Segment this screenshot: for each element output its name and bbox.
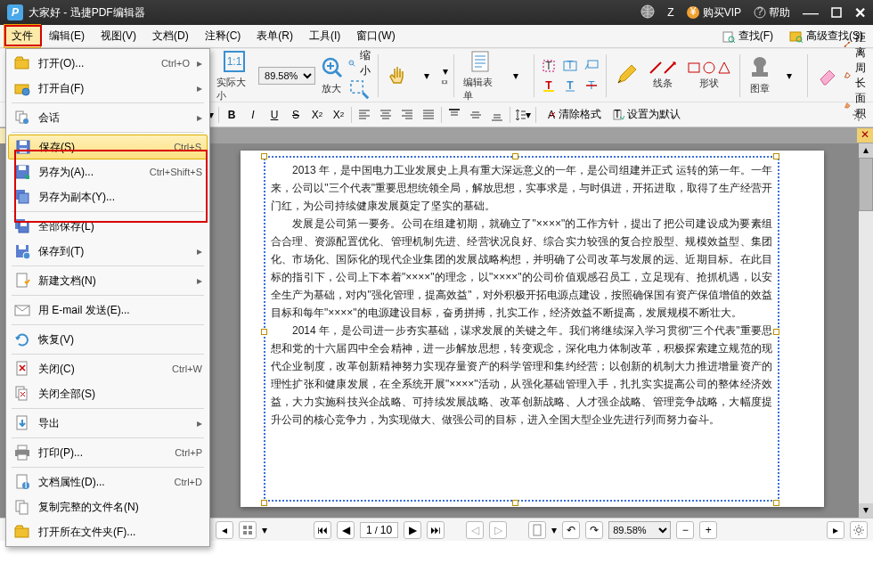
next-page-button[interactable]: ▶: [404, 521, 421, 539]
pencil-button[interactable]: [612, 61, 641, 90]
callout-icon[interactable]: [583, 57, 600, 75]
single-page-icon[interactable]: [528, 521, 546, 539]
nav-fwd-button[interactable]: ▷: [489, 521, 507, 539]
valign-bottom-icon[interactable]: [488, 106, 506, 124]
menu-table[interactable]: 表单(R): [249, 24, 301, 48]
subscript-icon[interactable]: X2: [308, 106, 326, 124]
edit-form-button[interactable]: 编辑表单: [460, 47, 502, 104]
close-tab-icon[interactable]: ✕: [857, 128, 873, 143]
snapshot-button[interactable]: [441, 78, 448, 86]
text-box-icon[interactable]: T: [561, 57, 579, 75]
hand-tool-button[interactable]: [383, 61, 412, 90]
status-chevron-right[interactable]: ▸: [827, 521, 844, 539]
rotate-right-icon[interactable]: ↷: [585, 521, 603, 539]
edit-form-arrow[interactable]: ▾: [503, 68, 528, 84]
menu-open[interactable]: 打开(O)...Ctrl+O▸: [8, 51, 208, 76]
resize-handle[interactable]: [773, 153, 779, 159]
vertical-scrollbar[interactable]: ▴ ▾: [859, 143, 873, 518]
menu-save-as-copy[interactable]: 另存为副本(Y)...: [8, 184, 208, 209]
align-center-icon[interactable]: [377, 106, 395, 124]
menu-close[interactable]: 关闭(C)Ctrl+W: [8, 356, 208, 381]
status-chevron-left[interactable]: ◂: [216, 521, 233, 539]
menu-restore[interactable]: 恢复(V): [8, 327, 208, 352]
status-chevron[interactable]: ▾: [262, 524, 267, 536]
text-edit-icon[interactable]: T: [540, 57, 558, 75]
status-zoom-select[interactable]: 89.58%: [608, 521, 671, 539]
strike-icon[interactable]: S: [287, 106, 305, 124]
menu-comment[interactable]: 注释(C): [197, 24, 249, 48]
menu-save-all[interactable]: 全部保存(L): [8, 214, 208, 239]
menu-save-to[interactable]: 保存到(T)▸: [8, 239, 208, 264]
menu-document[interactable]: 文档(D): [144, 24, 197, 48]
zoom-in-status[interactable]: +: [699, 521, 717, 539]
stamp-arrow[interactable]: ▾: [777, 68, 802, 84]
menu-doc-props[interactable]: i文档属性(D)...Ctrl+D: [8, 470, 208, 494]
resize-handle[interactable]: [261, 329, 267, 335]
hand-small[interactable]: ▾: [414, 68, 439, 84]
help-button[interactable]: ?帮助: [754, 5, 790, 20]
resize-handle[interactable]: [261, 153, 267, 159]
valign-middle-icon[interactable]: [467, 106, 485, 124]
menu-open-from[interactable]: 打开自(F)▸: [8, 76, 208, 101]
menu-print[interactable]: 打印(P)...Ctrl+P: [8, 440, 208, 465]
vip-icon[interactable]: ¥购买VIP: [687, 5, 741, 20]
zoom-out-status[interactable]: −: [676, 521, 694, 539]
line-spacing-icon[interactable]: ▾: [514, 106, 532, 124]
italic-icon[interactable]: I: [244, 106, 262, 124]
superscript-icon[interactable]: X2: [330, 106, 347, 124]
resize-handle[interactable]: [773, 500, 779, 506]
select-text-button[interactable]: ▾: [441, 65, 448, 78]
menu-file[interactable]: 文件: [4, 24, 41, 48]
menu-window[interactable]: 窗口(W): [348, 24, 403, 48]
page-indicator[interactable]: 1 / 10: [360, 522, 398, 538]
bold-icon[interactable]: B: [223, 106, 241, 124]
text-selection-box[interactable]: 2013 年，是中国电力工业发展史上具有重大深远意义的一年，是公司组建并正式 运…: [264, 156, 779, 502]
status-grid-icon[interactable]: [239, 521, 257, 539]
status-gear-icon[interactable]: [850, 521, 868, 539]
close-button[interactable]: ✕: [854, 4, 866, 21]
align-right-icon[interactable]: [398, 106, 416, 124]
eraser-button[interactable]: [813, 61, 843, 90]
menu-new-document[interactable]: 新建文档(N)▸: [8, 268, 208, 293]
maximize-button[interactable]: [831, 7, 842, 18]
menu-copy-fullname[interactable]: 复制完整的文件名(N): [8, 494, 208, 519]
menu-save[interactable]: 保存(S)Ctrl+S: [8, 135, 208, 159]
menu-open-folder[interactable]: 打开所在文件夹(F)...: [8, 519, 208, 544]
minimize-button[interactable]: —: [803, 4, 819, 22]
stamp-button[interactable]: 图章: [746, 53, 775, 97]
highlight-icon[interactable]: T: [540, 77, 558, 94]
search-button[interactable]: 查找(F): [715, 26, 779, 46]
menu-save-as[interactable]: 另存为(A)...Ctrl+Shift+S: [8, 159, 208, 184]
align-justify-icon[interactable]: [420, 106, 437, 124]
set-default-button[interactable]: T设置为默认: [608, 107, 684, 122]
last-page-button[interactable]: ⏭: [427, 521, 445, 539]
resize-handle[interactable]: [261, 500, 267, 506]
zoom-select-small[interactable]: [348, 78, 372, 102]
actual-size-button[interactable]: 1:1实际大小: [213, 47, 255, 104]
zoom-out-small[interactable]: 缩小: [348, 48, 372, 78]
menu-session[interactable]: 会话▸: [8, 105, 208, 130]
perimeter-button[interactable]: 周长: [844, 61, 868, 91]
menu-edit[interactable]: 编辑(E): [41, 24, 93, 48]
lines-button[interactable]: 线条: [643, 59, 682, 92]
first-page-button[interactable]: ⏮: [314, 521, 331, 539]
zoom-select[interactable]: 89.58%: [258, 67, 315, 85]
globe-icon[interactable]: [640, 4, 655, 21]
underline-text-icon[interactable]: T: [561, 77, 579, 94]
resize-handle[interactable]: [512, 500, 518, 506]
menu-close-all[interactable]: 关闭全部(S): [8, 381, 208, 406]
menu-export[interactable]: 导出▸: [8, 411, 208, 436]
rotate-left-icon[interactable]: ↶: [562, 521, 580, 539]
resize-handle[interactable]: [512, 153, 518, 159]
align-left-icon[interactable]: [355, 106, 373, 124]
resize-handle[interactable]: [773, 329, 779, 335]
clear-format-button[interactable]: A清除格式: [540, 107, 605, 122]
strike-text-icon[interactable]: T: [583, 77, 600, 94]
nav-back-button[interactable]: ◁: [466, 521, 484, 539]
shapes-button[interactable]: 形状: [684, 59, 734, 92]
zoom-in-button[interactable]: 放大: [317, 53, 347, 97]
user-initial[interactable]: Z: [667, 6, 673, 19]
underline-icon[interactable]: U: [265, 106, 283, 124]
prev-page-button[interactable]: ◀: [337, 521, 355, 539]
valign-top-icon[interactable]: [445, 106, 463, 124]
